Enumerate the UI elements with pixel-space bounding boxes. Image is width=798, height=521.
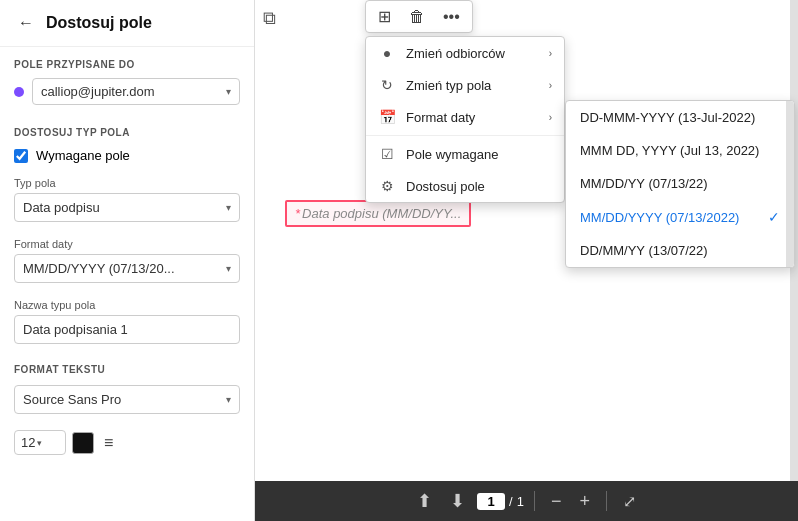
- submenu-item-4[interactable]: DD/MM/YY (13/07/22): [566, 234, 794, 267]
- more-icon-button[interactable]: •••: [439, 6, 464, 28]
- submenu-item-2[interactable]: MM/DD/YY (07/13/22): [566, 167, 794, 200]
- panel-title: Dostosuj pole: [46, 14, 152, 32]
- zoom-out-button[interactable]: −: [545, 487, 568, 516]
- right-area: ⧉ ⊞ 🗑 ••• ● Zmień odbiorców › ↻ Zmień ty…: [255, 0, 798, 521]
- toolbar-separator-1: [534, 491, 535, 511]
- type-field-dropdown[interactable]: Data podpisu ▾: [14, 193, 240, 222]
- name-field-label: Nazwa typu pola: [14, 299, 240, 311]
- type-chevron-icon: ▾: [226, 202, 231, 213]
- name-field-value: Data podpisania 1: [23, 322, 128, 337]
- menu-item-customize[interactable]: ⚙ Dostosuj pole: [366, 170, 564, 202]
- nav-up-icon: ⬆: [417, 490, 432, 512]
- font-size-value: 12: [21, 435, 35, 450]
- submenu-item-1-label: MMM DD, YYYY (Jul 13, 2022): [580, 143, 759, 158]
- table-icon-button[interactable]: ⊞: [374, 5, 395, 28]
- submenu-date-format: DD-MMM-YYYY (13-Jul-2022) MMM DD, YYYY (…: [565, 100, 795, 268]
- assignee-dot: [14, 87, 24, 97]
- required-checkbox-row: Wymagane pole: [0, 142, 254, 169]
- panel-header: ← Dostosuj pole: [0, 0, 254, 47]
- submenu-scrollbar: [786, 101, 794, 267]
- recipients-arrow-icon: ›: [549, 48, 552, 59]
- font-value: Source Sans Pro: [23, 392, 121, 407]
- menu-item-required[interactable]: ☑ Pole wymagane: [366, 138, 564, 170]
- toolbar-separator-2: [606, 491, 607, 511]
- name-field-dropdown[interactable]: Data podpisania 1: [14, 315, 240, 344]
- format-field-dropdown[interactable]: MM/DD/YYYY (07/13/20... ▾: [14, 254, 240, 283]
- customize-section-label: DOSTOSUJ TYP POLA: [0, 115, 254, 142]
- date-format-icon: 📅: [378, 109, 396, 125]
- copy-icon[interactable]: ⧉: [263, 8, 276, 29]
- menu-item-change-type-label: Zmień typ pola: [406, 78, 491, 93]
- name-field-group: Nazwa typu pola Data podpisania 1: [0, 291, 254, 352]
- nav-down-icon: ⬇: [450, 490, 465, 512]
- zoom-out-icon: −: [551, 491, 562, 511]
- bottom-toolbar: ⬆ ⬇ 1 / 1 − + ⤢: [255, 481, 798, 521]
- format-chevron-icon: ▾: [226, 263, 231, 274]
- submenu-item-3-label: MM/DD/YYYY (07/13/2022): [580, 210, 739, 225]
- page-current[interactable]: 1: [477, 493, 505, 510]
- font-dropdown[interactable]: Source Sans Pro ▾: [14, 385, 240, 414]
- date-format-arrow-icon: ›: [549, 112, 552, 123]
- submenu-item-1[interactable]: MMM DD, YYYY (Jul 13, 2022): [566, 134, 794, 167]
- submenu-item-0[interactable]: DD-MMM-YYYY (13-Jul-2022): [566, 101, 794, 134]
- assigned-email: calliop@jupiter.dom: [41, 84, 155, 99]
- fit-icon: ⤢: [623, 493, 636, 510]
- table-icon: ⊞: [378, 7, 391, 26]
- type-field-group: Typ pola Data podpisu ▾: [0, 169, 254, 230]
- doc-field-label: Data podpisu (MM/DD/YY...: [302, 206, 461, 221]
- menu-item-change-type[interactable]: ↻ Zmień typ pola ›: [366, 69, 564, 101]
- more-icon: •••: [443, 8, 460, 26]
- menu-divider-1: [366, 135, 564, 136]
- doc-area: ⧉ ⊞ 🗑 ••• ● Zmień odbiorców › ↻ Zmień ty…: [255, 0, 798, 481]
- menu-item-date-format[interactable]: 📅 Format daty ›: [366, 101, 564, 133]
- menu-item-recipients-label: Zmień odbiorców: [406, 46, 505, 61]
- submenu-item-4-label: DD/MM/YY (13/07/22): [580, 243, 708, 258]
- font-chevron-icon: ▾: [226, 394, 231, 405]
- menu-item-recipients[interactable]: ● Zmień odbiorców ›: [366, 37, 564, 69]
- format-field-group: Format daty MM/DD/YYYY (07/13/20... ▾: [0, 230, 254, 291]
- assigned-dropdown[interactable]: calliop@jupiter.dom ▾: [32, 78, 240, 105]
- assigned-section-label: POLE PRZYPISANE DO: [0, 47, 254, 74]
- submenu-item-2-label: MM/DD/YY (07/13/22): [580, 176, 708, 191]
- font-row: 12 ▾ ≡: [0, 422, 254, 463]
- delete-icon: 🗑: [409, 8, 425, 26]
- doc-field[interactable]: *Data podpisu (MM/DD/YY...: [285, 200, 471, 227]
- required-menu-icon: ☑: [378, 146, 396, 162]
- field-asterisk: *: [295, 206, 300, 221]
- dropdown-menu: ● Zmień odbiorców › ↻ Zmień typ pola › 📅…: [365, 36, 565, 203]
- nav-up-button[interactable]: ⬆: [411, 486, 438, 516]
- change-type-icon: ↻: [378, 77, 396, 93]
- type-field-label: Typ pola: [14, 177, 240, 189]
- context-toolbar: ⊞ 🗑 •••: [365, 0, 473, 33]
- change-type-arrow-icon: ›: [549, 80, 552, 91]
- color-swatch[interactable]: [72, 432, 94, 454]
- font-size-arrow-icon: ▾: [37, 438, 42, 448]
- menu-item-date-format-label: Format daty: [406, 110, 475, 125]
- zoom-in-button[interactable]: +: [573, 487, 596, 516]
- format-text-label: FORMAT TEKSTU: [0, 352, 254, 379]
- nav-down-button[interactable]: ⬇: [444, 486, 471, 516]
- check-icon: ✓: [768, 209, 780, 225]
- assigned-to-row: calliop@jupiter.dom ▾: [0, 74, 254, 115]
- page-separator: /: [509, 494, 513, 509]
- zoom-in-icon: +: [579, 491, 590, 511]
- customize-icon: ⚙: [378, 178, 396, 194]
- recipients-icon: ●: [378, 45, 396, 61]
- submenu-item-0-label: DD-MMM-YYYY (13-Jul-2022): [580, 110, 755, 125]
- submenu-item-3[interactable]: MM/DD/YYYY (07/13/2022) ✓: [566, 200, 794, 234]
- menu-item-required-label: Pole wymagane: [406, 147, 499, 162]
- menu-item-customize-label: Dostosuj pole: [406, 179, 485, 194]
- page-total: 1: [517, 494, 524, 509]
- delete-icon-button[interactable]: 🗑: [405, 6, 429, 28]
- font-size-input[interactable]: 12 ▾: [14, 430, 66, 455]
- type-field-value: Data podpisu: [23, 200, 100, 215]
- chevron-down-icon: ▾: [226, 86, 231, 97]
- required-label: Wymagane pole: [36, 148, 130, 163]
- format-field-label: Format daty: [14, 238, 240, 250]
- back-button[interactable]: ←: [14, 12, 38, 34]
- align-button[interactable]: ≡: [100, 432, 117, 454]
- fit-button[interactable]: ⤢: [617, 488, 642, 515]
- left-panel: ← Dostosuj pole POLE PRZYPISANE DO calli…: [0, 0, 255, 521]
- required-checkbox[interactable]: [14, 149, 28, 163]
- format-field-value: MM/DD/YYYY (07/13/20...: [23, 261, 175, 276]
